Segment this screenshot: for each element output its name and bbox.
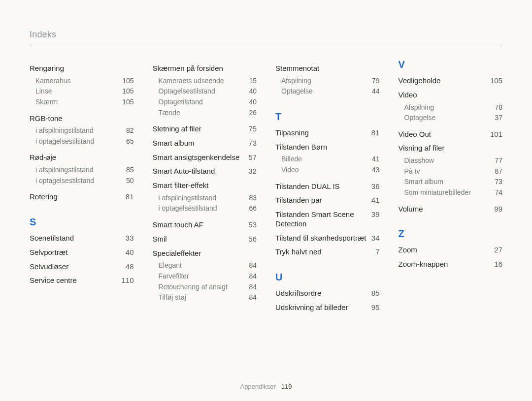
index-entry-page: 7 [375,247,379,257]
index-subentry[interactable]: Kameraets udseende15 [159,76,257,86]
index-subentry[interactable]: i afspilningstilstand82 [35,126,134,136]
index-subentry[interactable]: i afspilningstilstand83 [159,193,257,203]
index-subentry[interactable]: i optagelsestilstand65 [35,137,134,147]
index-subentry[interactable]: Optagelsestilstand40 [159,87,257,96]
index-entry[interactable]: Tilstanden par41 [275,196,380,205]
index-subentry-label: Farvefilter [159,272,189,281]
index-group: StemmenotatAfspilning79Optagelse44 [275,64,380,96]
index-subentry-label: i afspilningstilstand [159,193,217,203]
index-entry[interactable]: Sletning af filer75 [153,124,257,134]
index-subentry[interactable]: i afspilningstilstand85 [35,165,134,175]
index-entry[interactable]: Rotering81 [30,192,134,202]
index-entry[interactable]: Udskriftsordre85 [275,289,380,298]
index-entry-label: Tilstand til skønhedsportræt [275,234,366,243]
index-subentry[interactable]: Afspilning78 [404,103,503,113]
index-entry[interactable]: Service centre110 [30,276,134,285]
index-entry-label: Tilpasning [275,128,309,138]
index-entry[interactable]: Video Out101 [399,130,503,139]
index-subentry-label: Diasshow [404,156,434,166]
index-entry-label: Volume [399,205,423,214]
index-subentry-page: 15 [249,76,257,86]
index-subentry-page: 84 [249,261,257,271]
index-column: RengøringKamerahus105Linse105Skærm105RGB… [30,59,134,317]
index-subentry[interactable]: Retouchering af ansigt84 [159,282,257,292]
index-subentry-label: i afspilningstilstand [35,165,94,175]
index-subentry-page: 82 [126,126,134,136]
index-entry[interactable]: Vedligeholde105 [399,76,503,86]
index-subentry-page: 77 [495,156,502,166]
index-subentry[interactable]: På tv87 [404,167,503,177]
index-subentry-page: 105 [122,97,133,107]
index-entry[interactable]: Selvportræt40 [30,248,134,257]
index-entry-label: Tilstanden par [275,196,322,205]
index-subentry[interactable]: i optagelsestilstand66 [159,204,257,214]
index-entry[interactable]: Tilstanden Smart Scene Detection39 [275,210,380,229]
index-subentry-page: 84 [249,293,257,303]
index-subentry-page: 79 [372,76,380,86]
index-entry[interactable]: Tilstanden DUAL IS36 [275,182,380,191]
index-subentry-label: Optagetilstand [159,97,203,107]
index-subentry-label: Kamerahus [35,76,71,86]
index-subentry[interactable]: Video43 [281,165,380,175]
index-subentry-page: 50 [126,176,134,186]
index-entry[interactable]: Tilpasning81 [275,128,380,138]
index-subentry[interactable]: Kamerahus105 [35,76,134,86]
index-entry[interactable]: Tilstand til skønhedsportræt34 [275,234,380,243]
index-subentry-label: Afspilning [281,76,311,86]
index-subentry[interactable]: Afspilning79 [281,76,380,86]
index-group-heading: RGB-tone [30,114,134,123]
index-entry[interactable]: Smil56 [153,235,257,244]
index-subentry[interactable]: Linse105 [35,87,134,96]
index-group: VideoAfspilning78Optagelse37 [399,91,503,123]
index-subentry[interactable]: Tilføj støj84 [159,293,257,303]
index-entry[interactable]: Smart Auto-tilstand32 [153,167,257,176]
index-entry[interactable]: Smart album73 [153,139,257,148]
index-subentry-label: Tænde [159,108,180,118]
index-subentry-label: Optagelse [404,113,436,123]
index-subentry-label: Video [281,165,299,175]
index-entry-label: Smil [153,235,167,244]
index-subentry[interactable]: Optagelse44 [281,87,380,96]
index-subentry-page: 87 [495,167,502,177]
index-entry[interactable]: Selvudløser48 [30,262,134,272]
index-subentry[interactable]: Smart album73 [404,177,503,187]
index-subentry[interactable]: Optagetilstand40 [159,97,257,107]
index-subentry[interactable]: Diasshow77 [404,156,503,166]
index-entry[interactable]: Volume99 [399,205,503,214]
index-subentry[interactable]: i optagelsestilstand50 [35,176,134,186]
index-subentry[interactable]: Tænde26 [159,108,257,118]
page-title: Indeks [30,30,502,46]
index-subentry-label: Kameraets udseende [159,76,224,86]
index-entry-page: 110 [121,276,133,285]
index-entry[interactable]: Udskrivning af billeder95 [275,303,380,312]
index-entry-page: 56 [248,235,257,244]
index-entry[interactable]: Smart ansigtsgenkendelse57 [153,153,257,162]
index-subentry[interactable]: Elegant84 [159,261,257,271]
index-subentry-label: Retouchering af ansigt [159,282,228,292]
index-subentry-label: i optagelsestilstand [35,137,94,147]
index-subentry[interactable]: Farvefilter84 [159,272,257,281]
index-subentry-page: 41 [372,154,380,164]
index-subentry-label: i optagelsestilstand [35,176,94,186]
index-entry[interactable]: Smart touch AF53 [153,220,257,230]
index-entry-label: Selvportræt [30,248,68,257]
index-entry-page: 39 [371,210,380,229]
index-column: VVedligeholde105VideoAfspilning78Optagel… [399,59,503,317]
index-subentry[interactable]: Billede41 [281,154,380,164]
index-entry-label: Smart Auto-tilstand [153,167,215,176]
index-subentry[interactable]: Skærm105 [35,97,134,107]
index-entry[interactable]: Zoom27 [399,246,503,255]
index-entry[interactable]: Zoom-knappen16 [399,260,503,269]
index-subentry-label: Optagelse [281,87,313,96]
index-entry-label: Tilstanden Smart Scene Detection [275,210,371,229]
index-entry[interactable]: Tryk halvt ned7 [275,247,380,257]
index-entry-page: 73 [248,139,257,148]
index-entry-label: Tryk halvt ned [275,247,322,257]
index-subentry[interactable]: Som miniaturebilleder74 [404,188,503,198]
index-entry[interactable]: Scenetilstand33 [30,234,134,243]
index-entry-label: Selvudløser [30,262,68,272]
section-letter: U [275,272,380,283]
index-entry-label: Video Out [399,130,431,139]
index-subentry[interactable]: Optagelse37 [404,113,503,123]
footer-page: 119 [281,383,292,390]
